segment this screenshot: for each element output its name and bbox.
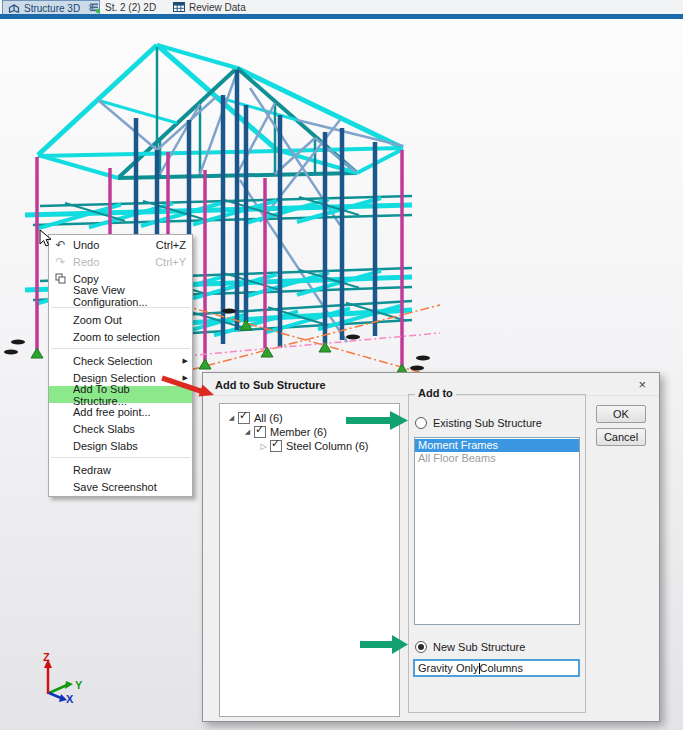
tree-expanded-icon[interactable]: ◢ — [226, 414, 237, 422]
radio-button[interactable] — [415, 417, 427, 429]
tree-collapsed-icon[interactable]: ▷ — [258, 442, 269, 451]
add-to-groupbox: Add to Existing Sub Structure Moment Fra… — [408, 394, 586, 713]
node-marker — [222, 309, 236, 314]
node-marker — [11, 340, 25, 345]
radio-label: Existing Sub Structure — [433, 417, 542, 429]
menu-item-label: Redraw — [73, 464, 111, 476]
menu-item-shortcut: Ctrl+Y — [155, 256, 186, 268]
groupbox-label: Add to — [415, 387, 456, 399]
undo-icon: ↶ — [52, 236, 69, 253]
ok-button[interactable]: OK — [596, 405, 646, 423]
menu-item-check-slabs[interactable]: Check Slabs — [49, 420, 192, 437]
table-icon — [173, 2, 185, 12]
menu-item-label: Save View Configuration... — [73, 284, 186, 308]
tab-label: St. 2 (2) 2D — [105, 2, 156, 13]
menu-separator — [51, 348, 190, 349]
menu-item-redraw[interactable]: Redraw — [49, 461, 192, 478]
menu-icon-slot — [52, 328, 69, 345]
selection-tree[interactable]: ◢✓All (6)◢✓Member (6)▷✓Steel Column (6) — [219, 403, 400, 717]
menu-item-label: Redo — [73, 256, 99, 268]
menu-item-save-screenshot[interactable]: Save Screenshot — [49, 478, 192, 495]
check-icon: ✓ — [255, 423, 264, 436]
menu-icon-slot — [52, 403, 69, 420]
radio-button[interactable] — [415, 641, 427, 653]
add-to-sub-structure-dialog: Add to Sub Structure × ◢✓All (6)◢✓Member… — [202, 372, 660, 722]
annotation-arrow-green-existing — [346, 409, 410, 432]
menu-item-label: Save Screenshot — [73, 481, 157, 493]
menu-icon-slot — [52, 311, 69, 328]
tab-review-data[interactable]: Review Data — [168, 0, 251, 14]
app-window: { "tabs": [ {"label": "Structure 3D", "i… — [0, 0, 683, 730]
node-marker — [410, 366, 424, 371]
axis-label-y: Y — [75, 679, 83, 691]
menu-icon-slot — [52, 287, 69, 304]
menu-item-save-view-configuration[interactable]: Save View Configuration... — [49, 287, 192, 304]
menu-item-shortcut: Ctrl+Z — [156, 239, 186, 251]
document-tab-bar: Structure 3D × St. 2 (2) 2D Review Data — [0, 0, 683, 19]
tree-item-label: Steel Column (6) — [286, 440, 369, 452]
check-icon: ✓ — [239, 409, 248, 422]
menu-item-label: Check Slabs — [73, 423, 135, 435]
support-cone — [199, 359, 211, 369]
menu-icon-slot — [52, 352, 69, 369]
annotation-arrow-red — [158, 371, 220, 403]
menu-separator — [51, 457, 190, 458]
checkbox[interactable]: ✓ — [270, 440, 282, 452]
menu-item-undo[interactable]: ↶UndoCtrl+Z — [49, 236, 192, 253]
menu-item-redo[interactable]: ↷RedoCtrl+Y — [49, 253, 192, 270]
menu-icon-slot — [52, 369, 69, 386]
menu-item-zoom-to-selection[interactable]: Zoom to selection — [49, 328, 192, 345]
menu-icon-slot — [52, 461, 69, 478]
list-item-moment-frames[interactable]: Moment Frames — [415, 439, 579, 452]
redo-icon: ↷ — [52, 253, 69, 270]
check-icon: ✓ — [271, 437, 280, 450]
checkbox[interactable]: ✓ — [238, 412, 250, 424]
input-text-after-caret: Columns — [480, 662, 523, 674]
active-tab-strip — [0, 14, 683, 19]
radio-label: New Sub Structure — [433, 641, 525, 653]
sub-structure-listbox[interactable]: Moment FramesAll Floor Beams — [414, 437, 580, 625]
close-icon[interactable]: × — [638, 377, 646, 392]
dialog-title: Add to Sub Structure — [215, 379, 326, 391]
annotation-arrow-green-new — [360, 633, 410, 656]
structure-3d-icon — [8, 3, 20, 14]
menu-icon-slot — [52, 420, 69, 437]
tab-label: Review Data — [189, 2, 246, 13]
menu-item-design-slabs[interactable]: Design Slabs — [49, 437, 192, 454]
tab-st-2-2d[interactable]: St. 2 (2) 2D — [84, 0, 161, 14]
menu-item-check-selection[interactable]: Check Selection▶ — [49, 352, 192, 369]
menu-item-add-free-point[interactable]: Add free point... — [49, 403, 192, 420]
copy-icon — [52, 270, 69, 287]
axis-label-z: Z — [43, 651, 50, 663]
tree-expanded-icon[interactable]: ◢ — [242, 428, 253, 436]
checkbox[interactable]: ✓ — [254, 426, 266, 438]
menu-icon-slot — [52, 386, 69, 403]
submenu-arrow-icon: ▶ — [183, 357, 188, 365]
menu-icon-slot — [52, 478, 69, 495]
menu-item-label: Design Slabs — [73, 440, 138, 452]
tab-label: Structure 3D — [24, 3, 80, 14]
menu-item-zoom-out[interactable]: Zoom Out — [49, 311, 192, 328]
menu-icon-slot — [52, 437, 69, 454]
mouse-cursor — [39, 229, 52, 248]
menu-item-label: Add free point... — [73, 406, 151, 418]
node-marker — [4, 350, 18, 355]
radio-new-sub-structure[interactable]: New Sub Structure — [415, 641, 525, 653]
axis-label-x: X — [66, 693, 74, 705]
context-menu: ↶UndoCtrl+Z↷RedoCtrl+YCopySave View Conf… — [48, 234, 193, 497]
list-item-all-floor-beams[interactable]: All Floor Beams — [415, 452, 579, 465]
menu-item-label: Zoom to selection — [73, 331, 160, 343]
input-text-before-caret: Gravity Only — [418, 662, 479, 674]
radio-existing-sub-structure[interactable]: Existing Sub Structure — [415, 417, 542, 429]
menu-item-label: Check Selection — [73, 355, 153, 367]
new-sub-structure-name-input[interactable]: Gravity Only Columns — [413, 659, 580, 677]
menu-item-label: Zoom Out — [73, 314, 122, 326]
node-marker — [346, 335, 360, 340]
menu-item-label: Undo — [73, 239, 99, 251]
node-marker — [416, 356, 430, 361]
cancel-button[interactable]: Cancel — [596, 428, 646, 446]
tree-item-steel-column-6[interactable]: ▷✓Steel Column (6) — [220, 439, 399, 453]
view-2d-icon — [89, 2, 101, 13]
support-cone — [31, 348, 43, 358]
